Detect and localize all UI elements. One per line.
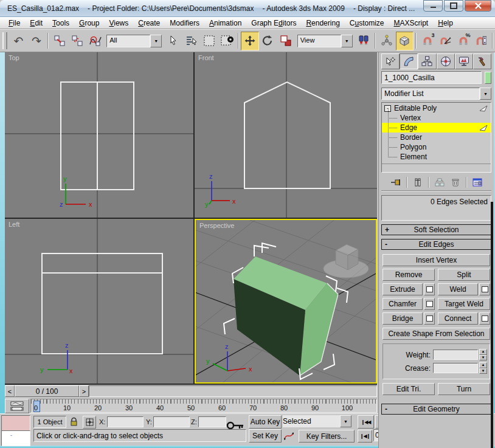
weight-spinner[interactable]: ▲ ▼ [479, 349, 487, 360]
window-crossing-button[interactable] [218, 32, 237, 50]
redo-button[interactable]: ↷ [27, 32, 46, 50]
y-coordinate-field[interactable] [153, 416, 190, 427]
menu-tools[interactable]: Tools [47, 18, 74, 29]
menu-rendering[interactable]: Rendering [301, 18, 344, 29]
spinner-up-icon[interactable]: ▲ [479, 349, 487, 355]
maxscript-macro-pane[interactable] [1, 415, 30, 432]
remove-button[interactable]: Remove [382, 269, 435, 281]
split-button[interactable]: Split [438, 269, 490, 281]
undo-button[interactable]: ↶ [10, 32, 28, 50]
viewport-top[interactable]: Top y x z [5, 52, 193, 218]
bind-to-space-warp-button[interactable] [86, 32, 105, 50]
connect-button[interactable]: Connect [438, 312, 478, 325]
mini-curve-editor-button[interactable] [5, 399, 29, 413]
crease-field[interactable] [433, 363, 478, 373]
use-pivot-point-center-button[interactable] [355, 32, 373, 50]
select-object-button[interactable] [164, 32, 182, 50]
extrude-button[interactable]: Extrude [382, 283, 423, 295]
extrude-settings-button[interactable] [424, 283, 435, 295]
edit-tri-button[interactable]: Edit Tri. [382, 383, 435, 395]
auto-key-button[interactable]: Auto Key [249, 415, 282, 429]
configure-modifier-sets-button[interactable] [471, 176, 484, 188]
chamfer-settings-button[interactable] [424, 298, 435, 310]
time-prev-button[interactable]: < [5, 385, 15, 397]
stack-item-vertex[interactable]: Vertex [382, 113, 491, 123]
angle-snap-button[interactable] [437, 32, 455, 50]
tab-hierarchy[interactable] [418, 53, 436, 69]
tab-create[interactable] [381, 53, 400, 69]
weight-field[interactable] [433, 350, 478, 360]
absolute-offset-toggle[interactable] [83, 416, 96, 429]
maxscript-listener-pane[interactable]: - [1, 430, 30, 446]
menu-maxscript[interactable]: MAXScript [389, 18, 434, 29]
menu-group[interactable]: Group [74, 18, 104, 29]
tab-modify[interactable] [400, 53, 418, 69]
percent-snap-button[interactable]: % [454, 32, 472, 50]
stack-item-edge[interactable]: Edge [382, 123, 491, 133]
set-key-button[interactable]: Set Key [249, 429, 282, 443]
object-name-field[interactable] [381, 71, 482, 84]
bridge-button[interactable]: Bridge [382, 312, 423, 325]
remove-modifier-button[interactable] [449, 176, 462, 188]
turn-button[interactable]: Turn [438, 383, 490, 395]
stack-item-polygon[interactable]: Polygon [382, 142, 491, 152]
maximize-button[interactable] [444, 0, 463, 12]
selection-filter-dropdown[interactable]: All ▼ [106, 35, 162, 47]
menu-edit[interactable]: Edit [25, 18, 47, 29]
spinner-down-icon[interactable]: ▼ [479, 368, 487, 374]
weld-settings-button[interactable] [479, 283, 490, 295]
create-shape-from-selection-button[interactable]: Create Shape From Selection [382, 328, 490, 340]
toolbar-grip[interactable] [2, 32, 7, 49]
rollout-soft-selection[interactable]: + Soft Selection [381, 224, 491, 235]
pin-stack-button[interactable] [389, 176, 403, 188]
tab-utilities[interactable] [473, 53, 491, 69]
insert-vertex-button[interactable]: Insert Vertex [382, 254, 490, 266]
x-coordinate-field[interactable] [107, 416, 144, 427]
select-and-link-button[interactable] [50, 32, 69, 50]
tab-display[interactable] [455, 53, 473, 69]
spinner-down-icon[interactable]: ▼ [479, 355, 487, 361]
select-and-manipulate-button[interactable] [378, 32, 396, 50]
rectangular-selection-region-button[interactable] [200, 32, 218, 50]
time-next-button[interactable]: > [79, 385, 89, 397]
show-end-result-button[interactable] [411, 176, 424, 188]
snaps-toggle-button[interactable]: 3 [418, 32, 437, 50]
crease-spinner[interactable]: ▲ ▼ [479, 362, 487, 374]
go-to-start-button[interactable]: ❙◀◀ [358, 415, 374, 429]
time-slider-track[interactable] [89, 385, 377, 397]
viewport-left[interactable]: Left z y x [5, 219, 193, 384]
menu-customize[interactable]: Customize [345, 18, 389, 29]
unlink-selection-button[interactable] [68, 32, 86, 50]
stack-item-border[interactable]: Border [382, 133, 491, 142]
stack-item-element[interactable]: Element [382, 152, 491, 162]
tab-motion[interactable] [437, 53, 455, 69]
spinner-snap-button[interactable] [472, 32, 491, 50]
menu-create[interactable]: Create [133, 18, 165, 29]
spinner-up-icon[interactable]: ▲ [479, 362, 487, 368]
reference-coordinate-dropdown[interactable]: View ▼ [297, 35, 353, 47]
selection-set-dropdown[interactable]: Selected ▼ [283, 415, 351, 427]
default-tangent-button[interactable] [283, 430, 295, 441]
close-button[interactable] [465, 0, 491, 12]
menu-help[interactable]: Help [433, 18, 458, 29]
modifier-list-arrow-icon[interactable]: ▼ [480, 88, 491, 100]
selection-filter-arrow-icon[interactable]: ▼ [150, 35, 162, 47]
modifier-list-dropdown[interactable]: Modifier List ▼ [381, 88, 491, 100]
selection-set-arrow-icon[interactable]: ▼ [340, 415, 351, 427]
menu-views[interactable]: Views [104, 18, 133, 29]
minimize-button[interactable] [423, 0, 443, 12]
connect-settings-button[interactable] [479, 312, 490, 325]
select-by-name-button[interactable] [182, 32, 201, 50]
viewport-perspective[interactable]: Perspective [195, 219, 377, 384]
chamfer-button[interactable]: Chamfer [382, 298, 423, 310]
object-color-swatch[interactable] [485, 72, 491, 84]
rollout-edit-edges[interactable]: - Edit Edges [381, 239, 491, 250]
stack-item-editable-poly[interactable]: - Editable Poly [382, 103, 491, 113]
menu-graph-editors[interactable]: Graph Editors [246, 18, 301, 29]
viewcube-ghost[interactable] [324, 244, 369, 278]
key-filters-button[interactable]: Key Filters... [299, 430, 355, 443]
select-and-rotate-button[interactable] [259, 32, 277, 50]
viewport-front[interactable]: Front z x y [195, 52, 377, 218]
key-mode-toggle[interactable]: ❙◀❙ [358, 430, 372, 443]
bridge-settings-button[interactable] [424, 312, 435, 325]
